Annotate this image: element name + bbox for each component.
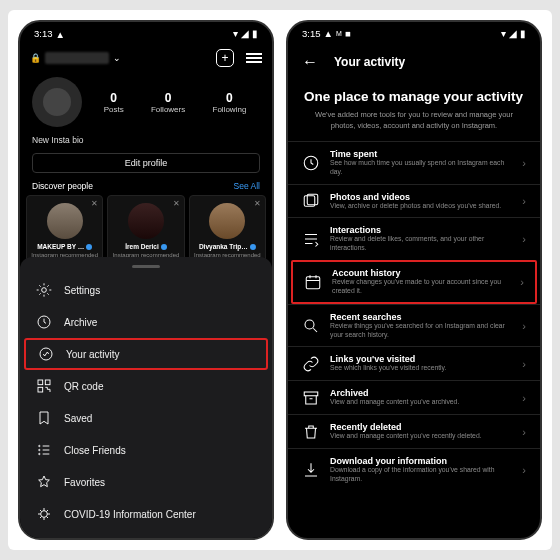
media-icon [302, 192, 320, 210]
stat-label: Posts [104, 105, 124, 114]
suggestion-name: İrem Derici [111, 243, 180, 250]
activity-item-time-spent[interactable]: Time spent See how much time you usually… [288, 141, 540, 184]
item-desc: Review and delete likes, comments, and y… [330, 235, 512, 253]
svg-point-9 [41, 511, 48, 518]
menu-item-archive[interactable]: Archive [20, 306, 272, 338]
stat[interactable]: 0 Followers [151, 91, 185, 114]
clock-icon [36, 314, 52, 330]
stat[interactable]: 0 Following [213, 91, 247, 114]
item-title: Links you've visited [330, 354, 512, 364]
chevron-right-icon: › [522, 392, 526, 404]
suggestion-avatar[interactable] [47, 203, 83, 239]
activity-item-photos-and-videos[interactable]: Photos and videos View, archive or delet… [288, 184, 540, 218]
item-title: Download your information [330, 456, 512, 466]
menu-item-close-friends[interactable]: Close Friends [20, 434, 272, 466]
activity-item-account-history[interactable]: Account history Review changes you've ma… [291, 260, 537, 304]
menu-label: Saved [64, 413, 92, 424]
hero-subtitle: We've added more tools for you to review… [304, 110, 524, 131]
stat-label: Following [213, 105, 247, 114]
battery-icon: ▮ [520, 28, 526, 39]
phone-left: 3:13 ▲ ▾ ◢ ▮ 🔒 ⌄ + 0 Posts [18, 20, 274, 540]
item-title: Recently deleted [330, 422, 512, 432]
svg-point-14 [305, 320, 314, 329]
download-icon [302, 461, 320, 479]
create-button[interactable]: + [216, 49, 234, 67]
discover-label: Discover people [32, 181, 93, 191]
stat[interactable]: 0 Posts [104, 91, 124, 114]
username-dropdown[interactable]: 🔒 ⌄ [30, 52, 121, 64]
svg-rect-15 [304, 392, 318, 396]
menu-label: Archive [64, 317, 97, 328]
statusbar: 3:13 ▲ ▾ ◢ ▮ [20, 22, 272, 43]
bio-text: New Insta bio [20, 133, 272, 153]
menu-label: Your activity [66, 349, 120, 360]
statusbar: 3:15 ▲ M ◼ ▾ ◢ ▮ [288, 22, 540, 43]
activity-item-archived[interactable]: Archived View and manage content you've … [288, 380, 540, 414]
back-button[interactable]: ← [302, 53, 318, 71]
stat-number: 0 [213, 91, 247, 105]
item-title: Photos and videos [330, 192, 512, 202]
close-icon[interactable]: ✕ [254, 199, 261, 208]
qr-icon [36, 378, 52, 394]
lock-icon: 🔒 [30, 53, 41, 63]
status-time: 3:13 [34, 28, 53, 39]
item-desc: View and manage content you've archived. [330, 398, 512, 407]
menu-item-qr-code[interactable]: QR code [20, 370, 272, 402]
activity-item-recently-deleted[interactable]: Recently deleted View and manage content… [288, 414, 540, 448]
activity-item-interactions[interactable]: Interactions Review and delete likes, co… [288, 217, 540, 260]
svg-rect-3 [38, 380, 43, 385]
item-desc: See which links you've visited recently. [330, 364, 512, 373]
activity-item-download-your-information[interactable]: Download your information Download a cop… [288, 448, 540, 491]
activity-item-links-you-ve-visited[interactable]: Links you've visited See which links you… [288, 346, 540, 380]
archive-icon [302, 389, 320, 407]
edit-profile-button[interactable]: Edit profile [32, 153, 260, 173]
chevron-right-icon: › [522, 320, 526, 332]
svg-point-7 [39, 449, 40, 450]
close-icon[interactable]: ✕ [173, 199, 180, 208]
suggestion-avatar[interactable] [128, 203, 164, 239]
menu-item-covid-information-center[interactable]: COVID-19 Information Center [20, 498, 272, 530]
sheet-grab-handle[interactable] [132, 265, 160, 268]
chevron-right-icon: › [522, 358, 526, 370]
suggestion-avatar[interactable] [209, 203, 245, 239]
chevron-right-icon: › [522, 464, 526, 476]
chevron-right-icon: › [520, 276, 524, 288]
item-title: Account history [332, 268, 510, 278]
chevron-right-icon: › [522, 157, 526, 169]
avatar[interactable] [32, 77, 82, 127]
item-title: Interactions [330, 225, 512, 235]
link-icon [302, 355, 320, 373]
menu-button[interactable] [246, 51, 262, 66]
svg-rect-4 [45, 380, 50, 385]
menu-item-saved[interactable]: Saved [20, 402, 272, 434]
bottom-sheet: Settings Archive Your activity QR code S… [20, 257, 272, 538]
menu-label: Settings [64, 285, 100, 296]
verified-icon [250, 244, 256, 250]
svg-point-0 [42, 288, 47, 293]
menu-label: COVID-19 Information Center [64, 509, 196, 520]
menu-item-favorites[interactable]: Favorites [20, 466, 272, 498]
menu-label: QR code [64, 381, 103, 392]
menu-label: Close Friends [64, 445, 126, 456]
suggestion-name: Divyanka Trip… [193, 243, 262, 250]
time-icon [302, 154, 320, 172]
svg-point-6 [39, 445, 40, 446]
svg-point-8 [39, 453, 40, 454]
app-icon: ◼ [345, 30, 351, 38]
page-title: Your activity [334, 55, 405, 69]
signal-icon: ◢ [509, 28, 517, 39]
menu-label: Favorites [64, 477, 105, 488]
activity-item-recent-searches[interactable]: Recent searches Review things you've sea… [288, 304, 540, 347]
see-all-link[interactable]: See All [234, 181, 260, 191]
chevron-right-icon: › [522, 233, 526, 245]
signal-icon: ◢ [241, 28, 249, 39]
item-desc: View and manage content you've recently … [330, 432, 512, 441]
close-icon[interactable]: ✕ [91, 199, 98, 208]
item-desc: Review things you've searched for on Ins… [330, 322, 512, 340]
wifi-icon: ▾ [501, 28, 506, 39]
svg-rect-5 [38, 387, 43, 392]
warning-icon: ▲ [324, 28, 333, 39]
menu-item-settings[interactable]: Settings [20, 274, 272, 306]
list-icon [36, 442, 52, 458]
menu-item-your-activity[interactable]: Your activity [24, 338, 268, 370]
